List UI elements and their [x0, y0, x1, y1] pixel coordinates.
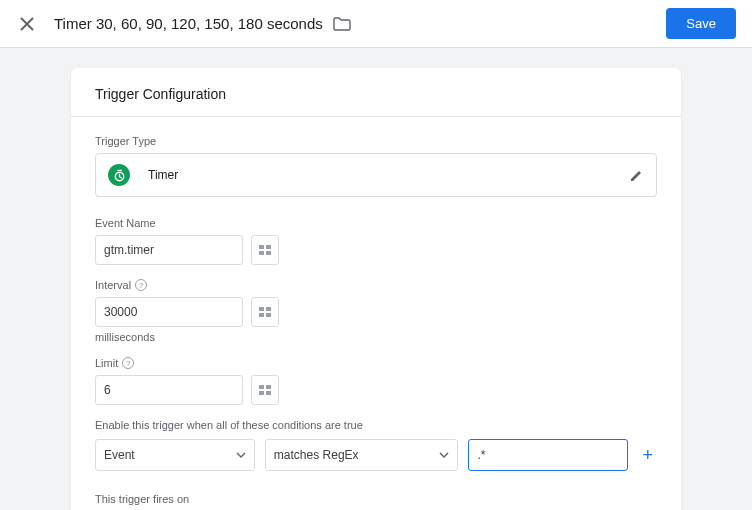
svg-rect-1 — [259, 245, 264, 249]
trigger-type-selector[interactable]: Timer — [95, 153, 657, 197]
limit-label-text: Limit — [95, 357, 118, 369]
fires-label: This trigger fires on — [95, 493, 657, 505]
svg-rect-11 — [259, 391, 264, 395]
interval-label: Interval ? — [95, 279, 657, 291]
event-name-input[interactable] — [95, 235, 243, 265]
close-icon[interactable] — [16, 13, 38, 35]
variable-picker-button[interactable] — [251, 297, 279, 327]
svg-rect-2 — [266, 245, 271, 249]
svg-rect-10 — [266, 385, 271, 389]
interval-input[interactable] — [95, 297, 243, 327]
svg-rect-7 — [259, 313, 264, 317]
trigger-type-label: Trigger Type — [95, 135, 657, 147]
condition-operator-value: matches RegEx — [274, 448, 359, 462]
condition-row: Event matches RegEx + — [95, 439, 657, 471]
folder-icon[interactable] — [333, 17, 351, 31]
condition-variable-value: Event — [104, 448, 135, 462]
save-button[interactable]: Save — [666, 8, 736, 39]
card-title: Trigger Configuration — [71, 86, 681, 117]
help-icon[interactable]: ? — [135, 279, 147, 291]
interval-label-text: Interval — [95, 279, 131, 291]
svg-rect-3 — [259, 251, 264, 255]
conditions-label: Enable this trigger when all of these co… — [95, 419, 657, 431]
svg-rect-4 — [266, 251, 271, 255]
trigger-type-name: Timer — [148, 168, 178, 182]
add-condition-icon[interactable]: + — [638, 445, 657, 466]
limit-label: Limit ? — [95, 357, 657, 369]
interval-unit: milliseconds — [95, 331, 657, 343]
svg-rect-8 — [266, 313, 271, 317]
variable-picker-button[interactable] — [251, 235, 279, 265]
svg-rect-5 — [259, 307, 264, 311]
svg-rect-9 — [259, 385, 264, 389]
page-title[interactable]: Timer 30, 60, 90, 120, 150, 180 seconds — [54, 15, 323, 32]
help-icon[interactable]: ? — [122, 357, 134, 369]
variable-picker-button[interactable] — [251, 375, 279, 405]
chevron-down-icon — [236, 452, 246, 458]
condition-variable-select[interactable]: Event — [95, 439, 255, 471]
svg-rect-12 — [266, 391, 271, 395]
top-bar: Timer 30, 60, 90, 120, 150, 180 seconds … — [0, 0, 752, 48]
limit-input[interactable] — [95, 375, 243, 405]
pencil-icon[interactable] — [629, 168, 644, 183]
timer-icon — [108, 164, 130, 186]
event-name-label: Event Name — [95, 217, 657, 229]
condition-operator-select[interactable]: matches RegEx — [265, 439, 459, 471]
svg-rect-6 — [266, 307, 271, 311]
chevron-down-icon — [439, 452, 449, 458]
condition-value-input[interactable] — [468, 439, 628, 471]
config-card: Trigger Configuration Trigger Type Timer… — [71, 68, 681, 510]
